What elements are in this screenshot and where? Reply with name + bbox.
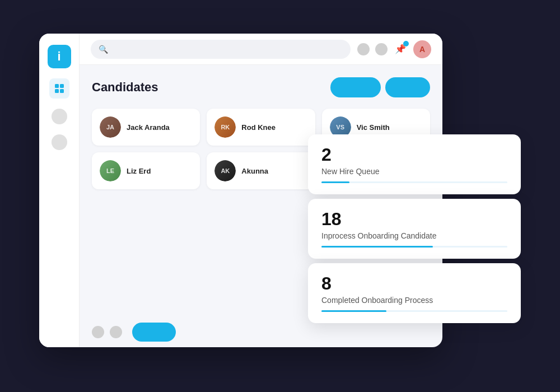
candidate-name: Jack Aranda [127, 123, 170, 132]
stat-bar-fill [321, 181, 349, 183]
svg-rect-1 [60, 84, 64, 88]
svg-rect-3 [60, 89, 64, 93]
stat-bar-fill [321, 246, 433, 248]
stat-label: Inprocess Onboarding Candidate [321, 231, 507, 240]
stat-bar [321, 310, 507, 312]
app-logo[interactable]: i [48, 45, 71, 68]
stat-cards: 2 New Hire Queue 18 Inprocess Onboarding… [308, 134, 521, 328]
topbar-pin-button[interactable]: 📌 [393, 42, 408, 57]
avatar-image: JA [100, 116, 121, 138]
topbar-icons: 📌 A [357, 40, 431, 58]
avatar-initials: LE [106, 167, 114, 174]
candidate-name: Rod Knee [241, 123, 276, 132]
topbar-dot1[interactable] [357, 43, 370, 55]
candidate-avatar: LE [100, 160, 121, 181]
topbar: 🔍 📌 A [80, 34, 442, 65]
candidate-name: Vic Smith [357, 123, 390, 132]
search-bar[interactable]: 🔍 [91, 40, 351, 59]
stat-card-inprocess[interactable]: 18 Inprocess Onboarding Candidate [308, 199, 521, 259]
candidate-avatar: JA [100, 116, 121, 138]
avatar-initials: RK [221, 124, 230, 130]
avatar-initials: JA [106, 124, 114, 130]
avatar-image: LE [100, 160, 121, 181]
candidate-card-liz-erd[interactable]: LE Liz Erd [92, 152, 200, 189]
stat-number: 2 [321, 146, 507, 164]
stat-card-new-hire[interactable]: 2 New Hire Queue [308, 134, 521, 194]
avatar-initials: VS [336, 124, 344, 130]
candidate-name: Liz Erd [127, 167, 151, 175]
svg-rect-2 [55, 89, 59, 93]
candidate-card-rod-knee[interactable]: RK Rod Knee [207, 109, 315, 146]
action-button-2[interactable] [385, 77, 430, 97]
stat-card-completed[interactable]: 8 Completed Onboarding Process [308, 263, 521, 323]
sidebar-item-dot2[interactable] [52, 134, 67, 150]
stat-label: Completed Onboarding Process [321, 296, 507, 305]
search-icon: 🔍 [99, 45, 108, 54]
avatar-initials: AK [221, 167, 230, 174]
stat-number: 18 [321, 210, 507, 228]
grid-icon [54, 83, 65, 94]
avatar-image: RK [214, 116, 236, 138]
stat-label: New Hire Queue [321, 167, 507, 176]
sidebar-item-dot1[interactable] [52, 109, 67, 124]
candidate-name: Akunna [241, 167, 268, 175]
pin-badge [403, 41, 409, 46]
stat-bar [321, 246, 507, 248]
sidebar: i [39, 34, 80, 347]
candidate-card-akunna[interactable]: AK Akunna [207, 152, 315, 189]
page-title: Candidates [92, 80, 326, 95]
stat-number: 8 [321, 274, 507, 292]
candidate-card-jack-aranda[interactable]: JA Jack Aranda [92, 109, 200, 146]
user-avatar[interactable]: A [413, 40, 431, 58]
candidate-avatar: AK [214, 160, 236, 181]
avatar-letter: A [419, 45, 425, 54]
stat-bar [321, 181, 507, 183]
content-header: Candidates [92, 77, 430, 97]
bottom-dot1[interactable] [92, 326, 104, 338]
topbar-dot2[interactable] [375, 43, 388, 55]
candidate-avatar: RK [214, 116, 236, 138]
bottom-dot2[interactable] [110, 326, 122, 338]
stat-bar-fill [321, 310, 386, 312]
avatar-image: AK [214, 160, 236, 181]
action-button-1[interactable] [330, 77, 381, 97]
bottom-action-button[interactable] [132, 323, 176, 342]
logo-letter: i [57, 49, 60, 64]
sidebar-item-grid[interactable] [49, 78, 69, 99]
scene: i 🔍 [39, 22, 521, 370]
svg-rect-0 [55, 84, 59, 88]
